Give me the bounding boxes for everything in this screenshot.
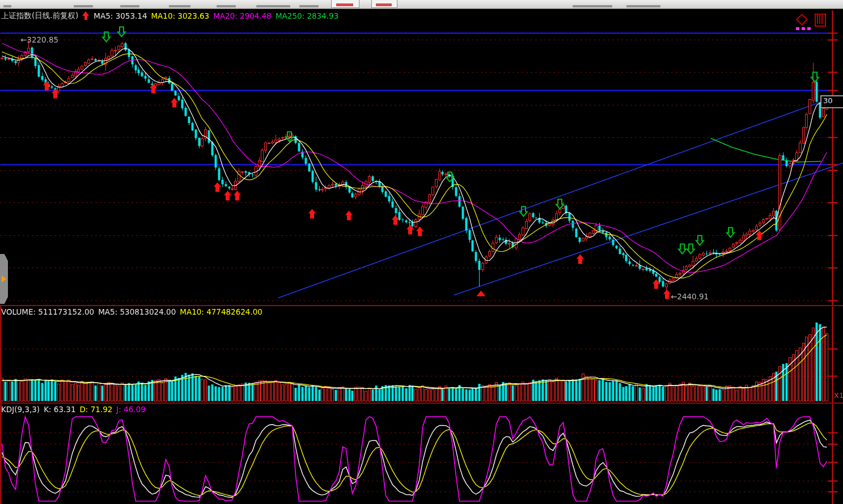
chart-title: 上证指数(日线.前复权) bbox=[1, 11, 78, 21]
d-value-label: D: 71.92 bbox=[79, 405, 112, 414]
toolbar-button[interactable] bbox=[299, 5, 319, 7]
toolbar-button[interactable] bbox=[626, 5, 660, 7]
toolbar-button[interactable] bbox=[217, 5, 236, 7]
more-dots-icon[interactable] bbox=[796, 27, 813, 30]
toolbar-button[interactable] bbox=[573, 5, 612, 7]
low-price-annotation: ←2440.91 bbox=[671, 292, 709, 301]
toolbar-button[interactable] bbox=[120, 5, 139, 7]
sidebar-flyout-handle[interactable] bbox=[0, 254, 8, 304]
toolbar-button[interactable] bbox=[169, 5, 190, 7]
diamond-icon[interactable] bbox=[796, 14, 808, 26]
volume-header: VOLUME: 511173152.00 MA5: 530813024.00 M… bbox=[1, 307, 262, 316]
chart-corner-icons bbox=[795, 14, 829, 33]
expand-arrow-icon bbox=[2, 276, 6, 282]
toolbar-button[interactable] bbox=[256, 5, 290, 7]
kdj-panel: KDJ(9,3,3) K: 63.31 D: 71.92 J: 46.09 bbox=[0, 404, 843, 504]
vol-ma5-value-label: MA5: 530813024.00 bbox=[98, 307, 176, 316]
toolbar-button[interactable] bbox=[331, 0, 359, 8]
candlestick-chart-canvas[interactable] bbox=[0, 10, 843, 305]
top-toolbar[interactable] bbox=[0, 0, 843, 9]
ma5-value-label: MA5: 3053.14 bbox=[94, 11, 147, 20]
current-price-tag: 30 bbox=[820, 95, 843, 108]
toolbar-button[interactable] bbox=[371, 0, 397, 8]
volume-value-label: VOLUME: 511173152.00 bbox=[1, 307, 94, 316]
main-chart-panel: 上证指数(日线.前复权) MA5: 3053.14 MA10: 3023.63 … bbox=[0, 10, 843, 305]
vol-ma10-value-label: MA10: 477482624.00 bbox=[180, 307, 262, 316]
main-chart-header: 上证指数(日线.前复权) MA5: 3053.14 MA10: 3023.63 … bbox=[1, 11, 338, 20]
ma10-value-label: MA10: 3023.63 bbox=[151, 11, 209, 20]
kdj-header: KDJ(9,3,3) K: 63.31 D: 71.92 J: 46.09 bbox=[1, 404, 146, 414]
toolbar-button[interactable] bbox=[74, 5, 93, 7]
volume-scale-label: X1 bbox=[834, 391, 843, 400]
ma250-value-label: MA250: 2834.93 bbox=[276, 11, 338, 20]
volume-chart-canvas[interactable] bbox=[0, 306, 843, 403]
j-value-label: J: 46.09 bbox=[116, 405, 145, 414]
trading-app-window: 上证指数(日线.前复权) MA5: 3053.14 MA10: 3023.63 … bbox=[0, 0, 843, 504]
kdj-chart-canvas[interactable] bbox=[0, 404, 843, 504]
k-value-label: K: 63.31 bbox=[44, 405, 75, 414]
volume-panel: VOLUME: 511173152.00 MA5: 530813024.00 M… bbox=[0, 306, 843, 403]
toolbar-icon[interactable] bbox=[3, 5, 11, 7]
ma20-value-label: MA20: 2904.48 bbox=[213, 11, 272, 20]
buy-signal-arrow-icon bbox=[82, 11, 90, 20]
high-price-annotation: ←3220.85 bbox=[20, 35, 58, 44]
kdj-params-label: KDJ(9,3,3) bbox=[1, 405, 40, 414]
kline-panel-icon[interactable] bbox=[815, 14, 826, 27]
